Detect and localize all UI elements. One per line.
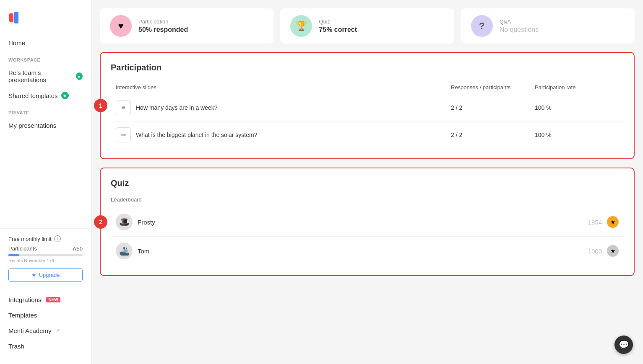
upgrade-star-icon: ★ — [31, 272, 36, 278]
private-section-label: PRIVATE — [0, 103, 91, 118]
stat-card-qa: ? Q&A No questions — [461, 8, 635, 44]
sidebar-item-shared-templates[interactable]: Shared templates ★ — [0, 88, 91, 103]
home-label: Home — [8, 39, 25, 46]
chat-icon: 💬 — [619, 340, 629, 350]
progress-bar-fill — [8, 254, 19, 256]
progress-bar-track — [8, 254, 83, 256]
new-badge: NEW — [46, 297, 60, 302]
sidebar-item-home[interactable]: Home — [0, 35, 91, 51]
free-limit-row: Free monthly limit i — [8, 235, 83, 242]
col-header-slides: Interactive slides — [116, 84, 451, 90]
rank-badge-2: ★ — [607, 245, 619, 257]
participation-section-title: Participation — [111, 63, 624, 72]
quiz-value: 75% correct — [319, 26, 357, 34]
shared-templates-label: Shared templates — [8, 92, 58, 99]
svg-rect-1 — [14, 12, 18, 23]
question-icon: ? — [479, 21, 484, 31]
upgrade-button[interactable]: ★ Upgrade — [8, 268, 83, 282]
app-logo — [8, 10, 23, 25]
slide-icon-2: ✏ — [116, 127, 131, 142]
participation-table-header: Interactive slides Responses / participa… — [111, 81, 624, 94]
stat-card-participation: ♥ Participation 50% responded — [100, 8, 273, 44]
pencil-icon: ✏ — [121, 131, 126, 139]
stats-row: ♥ Participation 50% responded 🏆 Quiz 75%… — [100, 8, 635, 44]
qa-info: Q&A No questions — [500, 18, 539, 34]
sidebar-item-res-team[interactable]: Re's team's presentations ★ — [0, 65, 91, 88]
avatar-frosty: 🎩 — [116, 214, 133, 230]
silver-star-icon: ★ — [610, 248, 616, 254]
sidebar-item-templates[interactable]: Templates — [0, 307, 91, 323]
player-name-frosty: Frosty — [138, 219, 588, 226]
question-text-1: How many days are in a week? — [136, 104, 218, 111]
menti-academy-label: Menti Academy — [8, 327, 52, 334]
rate-1: 100 % — [535, 104, 619, 111]
sidebar-item-trash[interactable]: Trash — [0, 338, 91, 354]
avatar-tom: 🚢 — [116, 243, 133, 259]
gold-star-icon: ★ — [610, 219, 616, 225]
stat-card-quiz: 🏆 Quiz 75% correct — [280, 8, 454, 44]
trash-label: Trash — [8, 343, 24, 350]
trophy-icon: 🏆 — [296, 21, 307, 31]
qa-label: Q&A — [500, 18, 539, 25]
svg-rect-0 — [9, 13, 13, 22]
table-row: ✏ What is the biggest planet in the sola… — [111, 121, 624, 148]
sidebar-item-integrations[interactable]: Integrations NEW — [0, 292, 91, 307]
external-link-icon: ↗ — [56, 328, 60, 333]
info-icon[interactable]: i — [54, 235, 61, 242]
workspace-section-label: WORKSPACE — [0, 51, 91, 65]
player-score-frosty: 1954 — [588, 219, 602, 226]
table-row: ≡ How many days are in a week? 2 / 2 100… — [111, 94, 624, 121]
quiz-section-title: Quiz — [111, 178, 624, 188]
sidebar-bottom-links: Integrations NEW Templates Menti Academy… — [0, 289, 91, 357]
participants-row: Participants 7/50 — [8, 245, 83, 252]
sidebar-item-my-presentations[interactable]: My presentations — [0, 118, 91, 133]
free-limit-label: Free monthly limit — [8, 236, 52, 242]
responses-1: 2 / 2 — [451, 104, 535, 111]
sidebar: Home WORKSPACE Re's team's presentations… — [0, 0, 91, 364]
quiz-section: 2 Quiz Leaderboard 🎩 Frosty 1954 ★ 🚢 Tom… — [100, 168, 635, 276]
sidebar-item-menti-academy[interactable]: Menti Academy ↗ — [0, 323, 91, 338]
res-team-label: Re's team's presentations — [8, 69, 73, 83]
participation-section: 1 Participation Interactive slides Respo… — [100, 52, 635, 159]
participation-icon-circle: ♥ — [110, 15, 132, 37]
chat-button[interactable]: 💬 — [614, 336, 633, 354]
rank-badge-1: ★ — [607, 216, 619, 228]
section-number-2: 2 — [94, 215, 107, 229]
main-content: ♥ Participation 50% responded 🏆 Quiz 75%… — [91, 0, 643, 364]
slide-cell-2: ✏ What is the biggest planet in the sola… — [116, 127, 451, 142]
templates-label: Templates — [8, 312, 37, 319]
participation-value: 50% responded — [138, 26, 188, 34]
rate-2: 100 % — [535, 132, 619, 138]
leaderboard-row: 🎩 Frosty 1954 ★ — [111, 208, 624, 237]
col-header-responses: Responses / participants — [451, 84, 535, 90]
quiz-label: Quiz — [319, 18, 357, 25]
integrations-label: Integrations — [8, 296, 41, 303]
shared-templates-badge: ★ — [61, 92, 69, 99]
frosty-avatar-icon: 🎩 — [119, 217, 130, 227]
section-number-1: 1 — [94, 99, 107, 112]
participants-label: Participants — [8, 245, 37, 252]
quiz-info: Quiz 75% correct — [319, 18, 357, 34]
resets-text: Resets November 17th — [8, 258, 83, 263]
slide-cell-1: ≡ How many days are in a week? — [116, 100, 451, 115]
slide-icon-1: ≡ — [116, 100, 131, 115]
participation-info: Participation 50% responded — [138, 18, 188, 34]
leaderboard-label: Leaderboard — [111, 196, 624, 203]
participants-count: 7/50 — [72, 245, 83, 252]
qa-value: No questions — [500, 26, 539, 34]
question-text-2: What is the biggest planet in the solar … — [136, 132, 257, 138]
list-icon: ≡ — [121, 104, 125, 111]
col-header-rate: Participation rate — [535, 84, 619, 90]
my-presentations-label: My presentations — [8, 122, 56, 129]
responses-2: 2 / 2 — [451, 132, 535, 138]
player-score-tom: 1000 — [588, 248, 602, 255]
sidebar-bottom-section: Free monthly limit i Participants 7/50 R… — [0, 228, 91, 289]
res-team-badge: ★ — [76, 72, 83, 80]
player-name-tom: Tom — [138, 248, 588, 255]
qa-icon-circle: ? — [471, 15, 493, 37]
tom-avatar-icon: 🚢 — [119, 246, 130, 256]
logo-area — [0, 7, 91, 35]
leaderboard-row: 🚢 Tom 1000 ★ — [111, 237, 624, 265]
participation-label: Participation — [138, 18, 188, 25]
heart-icon: ♥ — [118, 21, 123, 31]
